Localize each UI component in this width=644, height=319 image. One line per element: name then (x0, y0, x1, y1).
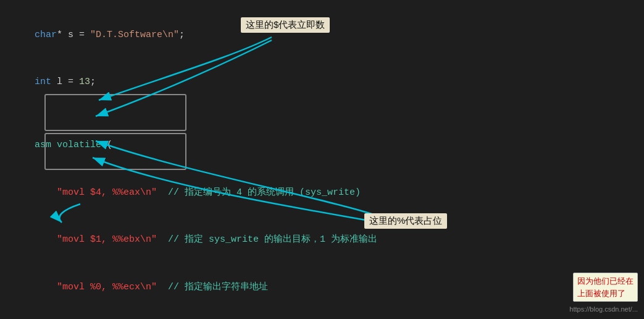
note-already-used: 因为他们已经在上面被使用了 (573, 273, 638, 302)
code-line-2: int l = 13; (12, 59, 632, 106)
kw-int: int (35, 77, 51, 87)
code-line-5: "movl $4, %%eax\n" // 指定编号为 4 的系统调用 (sys… (12, 169, 632, 216)
code-line-3 (12, 106, 632, 122)
watermark: https://blog.csdn.net/... (569, 305, 638, 313)
code-area: char* s = "D.T.Software\n"; int l = 13; … (0, 0, 644, 319)
annotation-immediate: 这里的$代表立即数 (241, 17, 330, 33)
code-line-6: "movl $1, %%ebx\n" // 指定 sys_write 的输出目标… (12, 216, 632, 264)
annotation-placeholder: 这里的%代表占位 (364, 213, 447, 229)
kw-char: char (35, 30, 57, 40)
code-line-4: asm volatile ( (12, 122, 632, 169)
code-line-7: "movl %0, %%ecx\n" // 指定输出字符串地址 (12, 263, 632, 311)
code-line-8: "movl %1, %%edx\n" // 指定输出字符串长度 (12, 311, 632, 320)
